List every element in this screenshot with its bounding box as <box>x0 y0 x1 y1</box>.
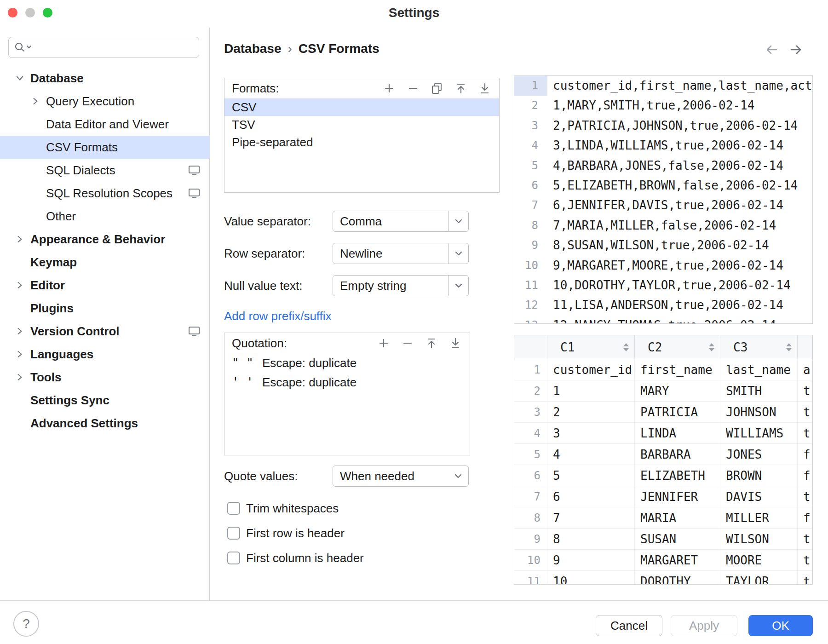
sidebar-item-keymap[interactable]: Keymap <box>0 251 210 274</box>
line-number: 5 <box>514 156 547 176</box>
sidebar-item-sql-dialects[interactable]: SQL Dialects <box>0 159 210 182</box>
format-item-pipe-separated[interactable]: Pipe-separated <box>224 133 499 151</box>
row-separator-select[interactable]: Newline <box>333 243 469 264</box>
first-column-is-header-checkbox-row[interactable]: First column is header <box>227 547 364 569</box>
chevron-right-icon[interactable] <box>13 232 27 246</box>
format-item-csv[interactable]: CSV <box>224 98 499 116</box>
sidebar-item-appearance-behavior[interactable]: Appearance & Behavior <box>0 228 210 251</box>
checkbox[interactable] <box>227 502 240 515</box>
column-header-c3[interactable]: C3 <box>720 335 798 359</box>
quote-values-value: When needed <box>333 469 448 483</box>
column-header-partial[interactable] <box>798 335 812 359</box>
chevron-down-icon[interactable] <box>13 71 27 85</box>
import-down-icon[interactable] <box>478 81 492 95</box>
screen-icon <box>188 164 201 177</box>
trim-whitespaces-checkbox-row[interactable]: Trim whitespaces <box>227 498 339 519</box>
table-row[interactable]: 76JENNIFERDAVISt <box>514 486 812 507</box>
line-number: 4 <box>514 136 547 155</box>
copy-icon[interactable] <box>430 81 444 95</box>
line-text: 11,LISA,ANDERSON,true,2006-02-14 <box>547 295 783 315</box>
sidebar-item-languages[interactable]: Languages <box>0 343 210 366</box>
cell: t <box>798 423 812 443</box>
csv-line: 98,SUSAN,WILSON,true,2006-02-14 <box>514 236 812 255</box>
quote-values-select[interactable]: When needed <box>333 466 469 487</box>
add-icon[interactable] <box>377 336 391 350</box>
cell: 3 <box>547 423 635 443</box>
checkbox[interactable] <box>227 527 240 540</box>
first-row-is-header-checkbox-row[interactable]: First row is header <box>227 523 345 544</box>
row-number: 3 <box>514 402 547 422</box>
cell: LINDA <box>635 423 720 443</box>
value-separator-select[interactable]: Comma <box>333 211 469 232</box>
sidebar-item-tools[interactable]: Tools <box>0 366 210 389</box>
checkbox-label: Trim whitespaces <box>246 501 339 516</box>
chevron-right-icon[interactable] <box>13 347 27 361</box>
sidebar-item-database[interactable]: Database <box>0 67 210 90</box>
table-row[interactable]: 54BARBARAJONESf <box>514 444 812 465</box>
sidebar-item-settings-sync[interactable]: Settings Sync <box>0 389 210 412</box>
csv-line: 65,ELIZABETH,BROWN,false,2006-02-14 <box>514 176 812 196</box>
sidebar-item-csv-formats[interactable]: CSV Formats <box>0 136 210 159</box>
table-row[interactable]: 1110DOROTHYTAYLORt <box>514 571 812 585</box>
sidebar-item-sql-resolution-scopes[interactable]: SQL Resolution Scopes <box>0 182 210 205</box>
format-item-tsv[interactable]: TSV <box>224 116 499 133</box>
remove-icon[interactable] <box>406 81 420 95</box>
row-number: 11 <box>514 571 547 585</box>
quotation-panel: Quotation: " " Escape: duplicate ' ' Esc… <box>224 333 470 455</box>
chevron-right-icon[interactable] <box>13 278 27 292</box>
sort-icon[interactable] <box>623 343 629 351</box>
import-down-icon[interactable] <box>448 336 462 350</box>
ok-button[interactable]: OK <box>748 615 813 636</box>
column-header-c2[interactable]: C2 <box>635 335 720 359</box>
sidebar-item-label: Plugins <box>30 301 74 316</box>
remove-icon[interactable] <box>401 336 414 350</box>
add-row-prefix-suffix-link[interactable]: Add row prefix/suffix <box>224 305 332 327</box>
chevron-right-icon[interactable] <box>29 94 42 108</box>
sidebar-item-plugins[interactable]: Plugins <box>0 297 210 320</box>
chevron-right-icon[interactable] <box>13 370 27 384</box>
sort-icon[interactable] <box>709 343 714 351</box>
quotation-item-single[interactable]: ' ' Escape: duplicate <box>224 373 470 392</box>
sidebar-item-editor[interactable]: Editor <box>0 274 210 297</box>
csv-table-preview[interactable]: C1 C2 C3 1customer_idfirst_namelast_name… <box>514 335 813 585</box>
export-up-icon[interactable] <box>454 81 468 95</box>
csv-text-preview[interactable]: 1customer_id,first_name,last_name,acti 2… <box>514 75 813 324</box>
table-row[interactable]: 21MARYSMITHt <box>514 380 812 402</box>
search-input[interactable] <box>34 38 194 57</box>
table-header: C1 C2 C3 <box>514 335 812 359</box>
export-up-icon[interactable] <box>425 336 438 350</box>
table-row[interactable]: 65ELIZABETHBROWNf <box>514 465 812 486</box>
cancel-button[interactable]: Cancel <box>596 615 662 636</box>
sidebar-item-version-control[interactable]: Version Control <box>0 320 210 343</box>
cell: SUSAN <box>635 529 720 549</box>
sidebar-item-advanced-settings[interactable]: Advanced Settings <box>0 412 210 435</box>
table-row[interactable]: 87MARIAMILLERf <box>514 507 812 529</box>
quotation-item-double[interactable]: " " Escape: duplicate <box>224 353 470 373</box>
csv-line: 76,JENNIFER,DAVIS,true,2006-02-14 <box>514 196 812 215</box>
settings-search-field[interactable] <box>8 37 199 58</box>
sort-icon[interactable] <box>786 343 792 351</box>
back-arrow-icon[interactable] <box>764 41 780 58</box>
table-row[interactable]: 32PATRICIAJOHNSONt <box>514 402 812 423</box>
chevron-placeholder <box>29 163 42 177</box>
checkbox[interactable] <box>227 552 240 564</box>
forward-arrow-icon[interactable] <box>788 41 804 58</box>
null-value-select[interactable]: Empty string <box>333 275 469 296</box>
chevron-right-icon[interactable] <box>13 324 27 338</box>
sidebar-item-data-editor-and-viewer[interactable]: Data Editor and Viewer <box>0 113 210 136</box>
table-row[interactable]: 98SUSANWILSONt <box>514 529 812 550</box>
csv-line: 1312,NANCY,THOMAS,true,2006-02-14 <box>514 316 812 324</box>
line-text: 9,MARGARET,MOORE,true,2006-02-14 <box>547 256 783 276</box>
cell: a <box>798 359 812 380</box>
table-row[interactable]: 109MARGARETMOOREt <box>514 550 812 571</box>
table-row[interactable]: 1customer_idfirst_namelast_namea <box>514 359 812 380</box>
chevron-placeholder <box>29 117 42 131</box>
add-icon[interactable] <box>382 81 396 95</box>
sidebar-item-query-execution[interactable]: Query Execution <box>0 90 210 113</box>
help-button[interactable]: ? <box>13 611 39 637</box>
cell: f <box>798 444 812 465</box>
breadcrumb-database[interactable]: Database <box>224 41 282 56</box>
column-header-c1[interactable]: C1 <box>547 335 635 359</box>
table-row[interactable]: 43LINDAWILLIAMSt <box>514 423 812 444</box>
sidebar-item-other[interactable]: Other <box>0 205 210 228</box>
